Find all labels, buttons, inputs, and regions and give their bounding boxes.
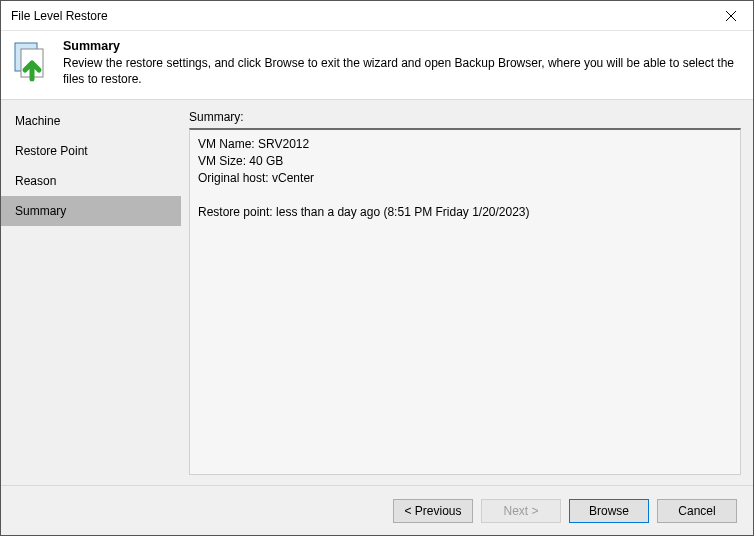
- header-text: Summary Review the restore settings, and…: [63, 39, 743, 87]
- sidebar-item-summary[interactable]: Summary: [1, 196, 181, 226]
- next-button: Next >: [481, 499, 561, 523]
- previous-button[interactable]: < Previous: [393, 499, 473, 523]
- button-label: Next >: [503, 504, 538, 518]
- sidebar-item-label: Reason: [15, 174, 56, 188]
- wizard-footer: < Previous Next > Browse Cancel: [1, 485, 753, 535]
- close-icon: [726, 11, 736, 21]
- button-label: < Previous: [404, 504, 461, 518]
- sidebar-item-machine[interactable]: Machine: [1, 106, 181, 136]
- header-title: Summary: [63, 39, 743, 53]
- titlebar: File Level Restore: [1, 1, 753, 31]
- cancel-button[interactable]: Cancel: [657, 499, 737, 523]
- sidebar-item-restore-point[interactable]: Restore Point: [1, 136, 181, 166]
- button-label: Browse: [589, 504, 629, 518]
- sidebar-item-label: Summary: [15, 204, 66, 218]
- header-description: Review the restore settings, and click B…: [63, 55, 743, 87]
- restore-icon: [11, 41, 53, 83]
- wizard-window: File Level Restore Summary Review the re…: [0, 0, 754, 536]
- summary-textbox[interactable]: VM Name: SRV2012 VM Size: 40 GB Original…: [189, 128, 741, 475]
- summary-label: Summary:: [189, 110, 741, 124]
- window-title: File Level Restore: [11, 9, 108, 23]
- close-button[interactable]: [708, 1, 753, 31]
- wizard-header: Summary Review the restore settings, and…: [1, 31, 753, 100]
- browse-button[interactable]: Browse: [569, 499, 649, 523]
- button-label: Cancel: [678, 504, 715, 518]
- sidebar-item-label: Restore Point: [15, 144, 88, 158]
- wizard-sidebar: Machine Restore Point Reason Summary: [1, 100, 181, 485]
- main-panel: Summary: VM Name: SRV2012 VM Size: 40 GB…: [181, 100, 753, 485]
- wizard-body: Machine Restore Point Reason Summary Sum…: [1, 100, 753, 485]
- sidebar-item-reason[interactable]: Reason: [1, 166, 181, 196]
- sidebar-item-label: Machine: [15, 114, 60, 128]
